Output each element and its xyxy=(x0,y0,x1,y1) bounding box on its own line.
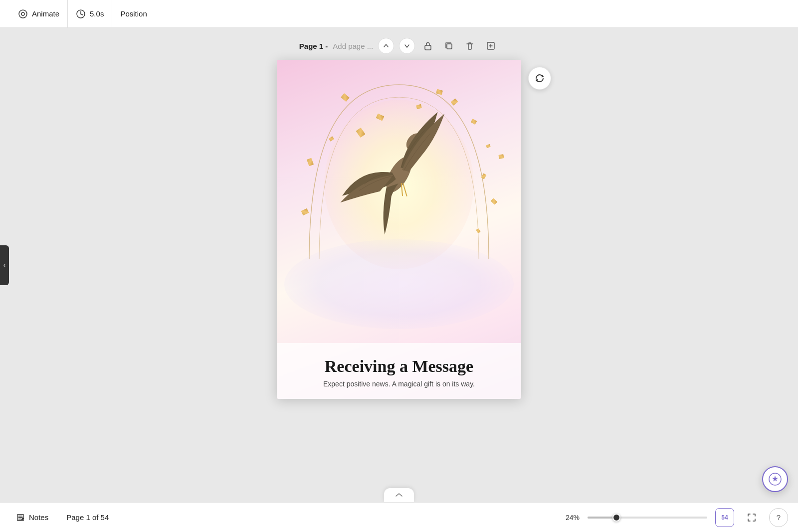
wings-glow xyxy=(284,239,514,329)
ai-refresh-button[interactable] xyxy=(528,67,551,90)
zoom-percent: 24% xyxy=(562,514,580,522)
canvas-area: ‹ Page 1 - Add page ... xyxy=(0,28,798,502)
delete-button[interactable] xyxy=(462,38,478,54)
add-page-button[interactable] xyxy=(483,38,499,54)
design-card[interactable]: Receiving a Message Expect positive news… xyxy=(277,60,521,399)
svg-rect-6 xyxy=(447,44,452,49)
expand-button[interactable] xyxy=(742,508,761,527)
left-panel-icon: ‹ xyxy=(3,262,5,269)
page-up-button[interactable] xyxy=(378,38,394,54)
add-page-label[interactable]: Add page ... xyxy=(333,42,373,50)
page-info: Page 1 of 54 xyxy=(60,509,115,526)
svg-line-4 xyxy=(81,14,83,15)
notes-button[interactable]: Notes xyxy=(10,509,54,526)
main-area: ‹ Page 1 - Add page ... xyxy=(0,28,798,502)
bottom-bar: Notes Page 1 of 54 24% 54 ? xyxy=(0,502,798,532)
design-text-overlay: Receiving a Message Expect positive news… xyxy=(277,343,521,399)
page-controls: Page 1 - Add page ... xyxy=(299,38,499,54)
left-panel-toggle[interactable]: ‹ xyxy=(0,245,9,285)
position-button[interactable]: Position xyxy=(112,0,155,27)
animate-label: Animate xyxy=(32,9,59,18)
page-count-button[interactable]: 54 xyxy=(715,508,734,527)
svg-point-0 xyxy=(19,10,27,18)
confetti xyxy=(498,154,504,159)
page-title: Page 1 - xyxy=(299,42,328,50)
lock-button[interactable] xyxy=(420,38,436,54)
animate-button[interactable]: Animate xyxy=(10,0,68,27)
animate-icon xyxy=(18,9,28,19)
bottom-right-controls: 24% 54 ? xyxy=(562,508,788,527)
svg-point-1 xyxy=(21,12,24,15)
top-toolbar: Animate 5.0s Position xyxy=(0,0,798,28)
duration-label: 5.0s xyxy=(90,9,104,18)
collapse-handle[interactable] xyxy=(384,488,414,502)
design-canvas-wrapper: Receiving a Message Expect positive news… xyxy=(277,60,521,399)
notes-label: Notes xyxy=(29,513,48,522)
help-icon: ? xyxy=(777,513,781,522)
help-button[interactable]: ? xyxy=(769,508,788,527)
page-down-button[interactable] xyxy=(399,38,415,54)
magic-ai-button[interactable] xyxy=(762,466,788,492)
notes-icon xyxy=(16,513,25,522)
svg-rect-5 xyxy=(425,45,431,50)
duplicate-button[interactable] xyxy=(441,38,457,54)
position-label: Position xyxy=(120,9,147,18)
clock-icon xyxy=(76,9,86,19)
zoom-slider-thumb[interactable] xyxy=(612,514,620,522)
zoom-slider[interactable] xyxy=(588,517,707,519)
page-count-label: 54 xyxy=(721,514,728,521)
duration-button[interactable]: 5.0s xyxy=(68,0,112,27)
design-main-title: Receiving a Message xyxy=(292,357,506,376)
design-subtitle: Expect positive news. A magical gift is … xyxy=(292,380,506,388)
